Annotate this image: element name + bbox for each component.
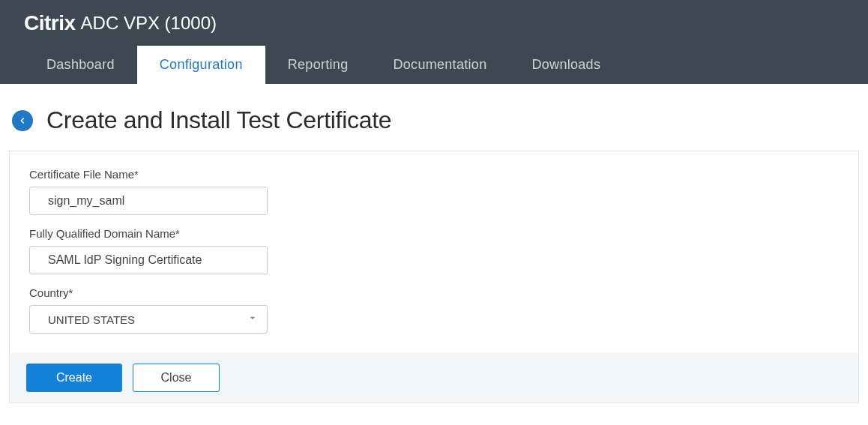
form-group-cert-file-name: Certificate File Name* <box>29 168 839 215</box>
tab-dashboard[interactable]: Dashboard <box>24 46 137 84</box>
form-group-fqdn: Fully Qualified Domain Name* <box>29 227 839 274</box>
form-panel: Certificate File Name* Fully Qualified D… <box>9 151 859 403</box>
create-button[interactable]: Create <box>26 364 122 392</box>
product-name: ADC VPX (1000) <box>81 13 217 34</box>
form-group-country: Country* UNITED STATES <box>29 286 839 334</box>
fqdn-label: Fully Qualified Domain Name* <box>29 227 839 240</box>
fqdn-input[interactable] <box>29 246 268 274</box>
page-title: Create and Install Test Certificate <box>46 106 391 134</box>
country-select[interactable]: UNITED STATES <box>29 305 268 334</box>
app-header: Citrix ADC VPX (1000) <box>0 0 868 46</box>
cert-file-name-label: Certificate File Name* <box>29 168 839 181</box>
tab-downloads[interactable]: Downloads <box>509 46 623 84</box>
tab-reporting[interactable]: Reporting <box>265 46 371 84</box>
form-footer: Create Close <box>10 353 858 403</box>
cert-file-name-input[interactable] <box>29 187 268 215</box>
country-select-wrapper: UNITED STATES <box>29 305 268 334</box>
close-button[interactable]: Close <box>133 364 220 392</box>
page-content: Create and Install Test Certificate Cert… <box>0 84 868 403</box>
nav-tabs: Dashboard Configuration Reporting Docume… <box>0 46 868 84</box>
country-label: Country* <box>29 286 839 299</box>
back-icon[interactable] <box>12 110 33 131</box>
tab-configuration[interactable]: Configuration <box>137 46 265 84</box>
form-body: Certificate File Name* Fully Qualified D… <box>10 151 858 353</box>
page-header: Create and Install Test Certificate <box>0 106 868 151</box>
brand-name: Citrix <box>24 11 76 35</box>
tab-documentation[interactable]: Documentation <box>370 46 509 84</box>
